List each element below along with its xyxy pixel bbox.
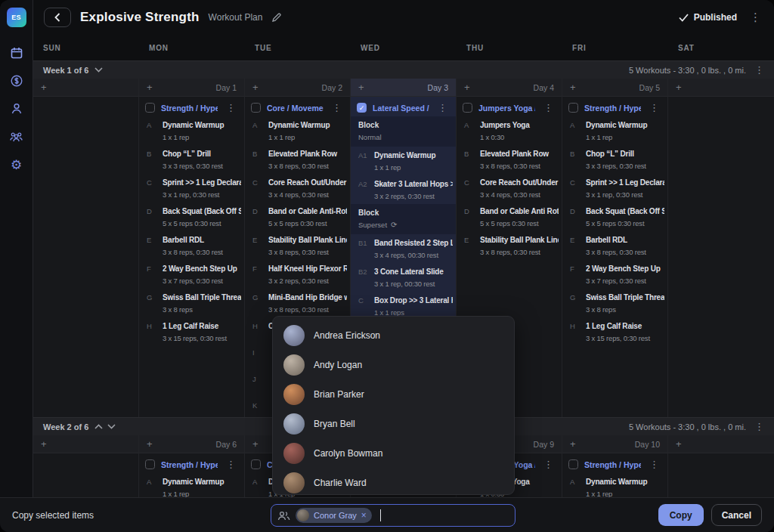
exercise-row[interactable]: DBack Squat (Back Off Set)5 x 5 reps 0:3…: [562, 203, 667, 231]
exercise-row[interactable]: H1 Leg Calf Raise3 x 15 reps, 0:30 rest: [139, 317, 244, 346]
add-workout-button[interactable]: +: [676, 438, 682, 450]
exercise-row[interactable]: EStability Ball Plank Linear ...3 x 8 re…: [457, 231, 562, 260]
workout-checkbox[interactable]: [568, 459, 578, 469]
edit-title-icon[interactable]: [271, 12, 282, 23]
add-workout-button[interactable]: +: [252, 438, 259, 450]
exercise-row[interactable]: A1Dynamic Warmup1 x 1 rep: [351, 147, 456, 175]
exercise-letter: F: [570, 264, 586, 286]
exercise-row[interactable]: EBarbell RDL3 x 8 reps, 0:30 rest: [562, 231, 667, 260]
calendar-icon[interactable]: [8, 44, 26, 62]
settings-gear-icon[interactable]: ⚙︎: [8, 156, 26, 174]
add-workout-button[interactable]: +: [676, 82, 682, 93]
workout-card: Strength / Hypertro...⋮ADynamic Warmup1 …: [139, 453, 244, 502]
workout-title[interactable]: Strength / Hypertro...: [161, 460, 218, 469]
workout-checkbox[interactable]: [463, 103, 472, 113]
workout-title[interactable]: Strength / Hypertro...: [584, 104, 641, 113]
exercise-detail: 1 x 1 rep: [163, 132, 241, 142]
exercise-row[interactable]: A2Skater 3 Lateral Hops >> ...3 x 2 reps…: [351, 175, 456, 204]
exercise-row[interactable]: EBarbell RDL3 x 8 reps, 0:30 rest: [139, 231, 244, 260]
exercise-row[interactable]: ADynamic Warmup1 x 1 rep: [139, 116, 244, 145]
payments-icon[interactable]: [8, 72, 26, 90]
exercise-row[interactable]: H1 Leg Calf Raise3 x 15 reps, 0:30 rest: [562, 317, 667, 346]
workout-checkbox[interactable]: [251, 103, 261, 113]
exercise-row[interactable]: BChop “L” Drill3 x 3 reps, 0:30 rest: [139, 145, 244, 174]
add-workout-button[interactable]: +: [147, 82, 153, 93]
athlete-search-input[interactable]: Conor Gray ×: [271, 504, 515, 527]
exercise-row[interactable]: CCore Reach Out/Under3 x 4 reps, 0:30 re…: [457, 174, 562, 203]
exercise-name: Stability Ball Plank Linear ...: [268, 235, 347, 245]
workout-menu-icon[interactable]: ⋮: [224, 459, 238, 470]
person-list-item[interactable]: Brian Parker: [273, 379, 514, 409]
exercise-row[interactable]: F2 Way Bench Step Up3 x 7 reps, 0:30 res…: [139, 260, 244, 289]
workout-menu-icon[interactable]: ⋮: [647, 102, 661, 113]
workout-menu-icon[interactable]: ⋮: [647, 459, 661, 470]
day-column-header: +: [668, 435, 774, 453]
collapse-week-2-icon[interactable]: [107, 424, 116, 429]
exercise-row[interactable]: GSwiss Ball Triple Threat3 x 8 reps: [139, 289, 244, 317]
workout-menu-icon[interactable]: ⋮: [541, 459, 556, 470]
workout-title[interactable]: Core / Movement Q...: [267, 104, 324, 113]
add-workout-button[interactable]: +: [41, 82, 47, 93]
teams-icon[interactable]: [8, 128, 26, 146]
workout-menu-icon[interactable]: ⋮: [435, 102, 450, 113]
add-workout-button[interactable]: +: [252, 82, 259, 93]
cancel-button[interactable]: Cancel: [711, 504, 762, 526]
add-workout-button[interactable]: +: [147, 438, 153, 450]
person-list-item[interactable]: Charlie Ward: [273, 468, 514, 495]
plan-menu-icon[interactable]: ⋮: [748, 11, 763, 24]
workout-checkbox[interactable]: ✓: [357, 103, 367, 113]
workout-title[interactable]: Strength / Hypertro...: [584, 460, 641, 469]
exercise-row[interactable]: GSwiss Ball Triple Threat3 x 8 reps: [562, 289, 667, 317]
block-mode-label: Normal: [358, 132, 448, 142]
exercise-row[interactable]: CSprint >> 1 Leg Declarations3 x 1 rep, …: [139, 174, 244, 203]
add-workout-button[interactable]: +: [570, 82, 576, 93]
remove-athlete-icon[interactable]: ×: [361, 511, 367, 520]
workout-checkbox[interactable]: [145, 459, 155, 469]
exercise-row[interactable]: B1Band Resisted 2 Step Late...3 x 4 reps…: [351, 234, 456, 263]
person-list-item[interactable]: Andrea Erickson: [273, 320, 514, 350]
copy-button[interactable]: Copy: [658, 504, 704, 526]
workout-title[interactable]: Strength / Hypertro...: [161, 104, 218, 113]
exercise-row[interactable]: ADynamic Warmup1 x 1 rep: [562, 116, 667, 145]
exercise-row[interactable]: BChop “L” Drill3 x 3 reps, 0:30 rest: [562, 145, 667, 174]
exercise-row[interactable]: FHalf Kneel Hip Flexor Rais...3 x 2 reps…: [245, 260, 350, 289]
week-1-menu-icon[interactable]: ⋮: [752, 64, 766, 76]
exercise-row[interactable]: EStability Ball Plank Linear ...3 x 8 re…: [245, 231, 350, 260]
back-button[interactable]: [44, 8, 71, 27]
add-workout-button[interactable]: +: [358, 82, 364, 93]
workout-menu-icon[interactable]: ⋮: [330, 102, 344, 113]
exercise-row[interactable]: GMini-Band Hip Bridge w/ ...3 x 8 reps, …: [245, 289, 350, 317]
exercise-detail: 3 x 8 reps: [586, 305, 664, 314]
exercise-row[interactable]: B23 Cone Lateral Slide3 x 1 rep, 00:30 r…: [351, 263, 456, 292]
exercise-row[interactable]: CSprint >> 1 Leg Declarations3 x 1 rep, …: [562, 174, 667, 203]
exercise-row[interactable]: AJumpers Yoga1 x 0:30: [457, 116, 562, 145]
person-list-item[interactable]: Carolyn Bowman: [273, 438, 514, 468]
workout-title[interactable]: Lateral Speed / Plyo: [373, 104, 429, 113]
collapse-week-1-icon[interactable]: [94, 67, 103, 73]
move-week-2-up-icon[interactable]: [94, 424, 103, 429]
exercise-row[interactable]: CCore Reach Out/Under3 x 4 reps, 0:30 re…: [245, 174, 350, 203]
add-workout-button[interactable]: +: [570, 438, 576, 450]
workout-checkbox[interactable]: [145, 103, 155, 113]
exercise-row[interactable]: DBand or Cable Anti-Rotati...5 x 5 reps …: [245, 203, 350, 231]
workout-title[interactable]: Jumpers Yoga / Core: [478, 104, 535, 113]
person-list-item[interactable]: Bryan Bell: [273, 409, 514, 438]
exercise-row[interactable]: BElevated Plank Row3 x 8 reps, 0:30 rest: [245, 145, 350, 174]
exercise-row[interactable]: BElevated Plank Row3 x 8 reps, 0:30 rest: [457, 145, 562, 174]
workout-checkbox[interactable]: [251, 459, 261, 469]
avatar: [283, 443, 305, 464]
workout-checkbox[interactable]: [568, 103, 578, 113]
week-2-menu-icon[interactable]: ⋮: [752, 421, 766, 432]
athlete-icon[interactable]: [8, 100, 26, 118]
person-list-item[interactable]: Andy Logan: [273, 350, 514, 379]
workout-menu-icon[interactable]: ⋮: [224, 102, 238, 113]
exercise-row[interactable]: ADynamic Warmup1 x 1 rep: [245, 116, 350, 145]
exercise-row[interactable]: F2 Way Bench Step Up3 x 7 reps, 0:30 res…: [562, 260, 667, 289]
exercise-row[interactable]: DBand or Cable Anti Rotati...5 x 5 reps …: [457, 203, 562, 231]
workout-menu-icon[interactable]: ⋮: [541, 102, 556, 113]
add-workout-button[interactable]: +: [41, 438, 47, 450]
exercise-row[interactable]: DBack Squat (Back Off Set)5 x 5 reps 0:3…: [139, 203, 244, 231]
workout-card-header: Strength / Hypertro...⋮: [562, 99, 667, 116]
add-workout-button[interactable]: +: [464, 82, 470, 93]
app-logo[interactable]: ES: [7, 8, 26, 27]
